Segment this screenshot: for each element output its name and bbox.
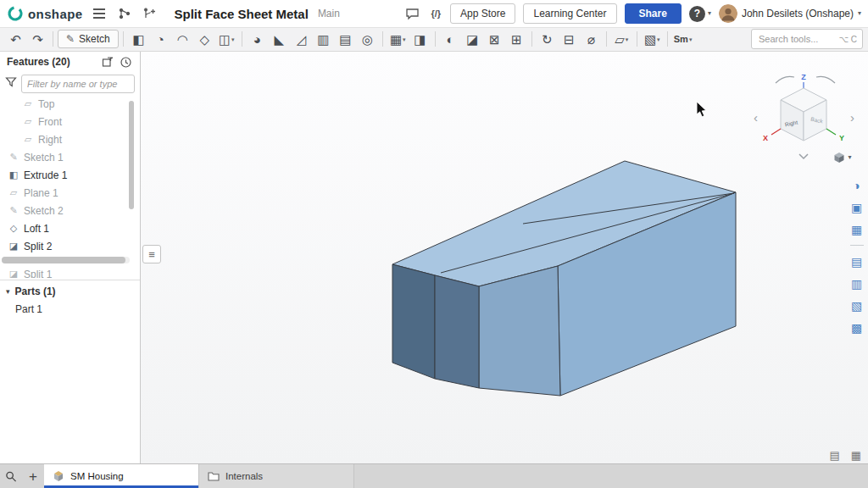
features-horizontal-scrollbar[interactable]: [2, 257, 130, 263]
feature-item-sketch-2[interactable]: ✎Sketch 2: [0, 202, 140, 219]
onshape-logo-icon: [7, 5, 24, 22]
sketch-button[interactable]: ✎ Sketch: [58, 30, 119, 48]
tab-bar: + SM Housing Internals: [0, 463, 868, 488]
toolbar-separator: [667, 31, 668, 47]
measure-icon[interactable]: ⌀: [581, 29, 602, 49]
draft-icon[interactable]: ◿: [291, 29, 312, 49]
learning-center-button[interactable]: Learning Center: [523, 3, 616, 24]
grid-settings-icon[interactable]: ▦: [851, 450, 861, 461]
scrollbar-thumb[interactable]: [129, 101, 134, 209]
display-states-icon[interactable]: ▣: [848, 198, 865, 216]
insert-icon[interactable]: ▧▾: [642, 29, 663, 49]
feature-item-extrude-1[interactable]: ◧Extrude 1: [0, 166, 140, 184]
undo-icon[interactable]: ↶: [5, 29, 26, 49]
feature-item-right[interactable]: ▱Right: [0, 130, 140, 148]
user-name: John Desilets (Onshape): [742, 8, 854, 19]
plane-icon: ▱: [23, 135, 33, 144]
sketch-icon: ✎: [8, 152, 19, 162]
create-version-icon[interactable]: [141, 5, 158, 22]
share-button[interactable]: Share: [625, 3, 682, 24]
documents-panel-icon[interactable]: ▥: [848, 274, 865, 292]
search-tools-input[interactable]: [757, 33, 835, 45]
filter-funnel-icon[interactable]: [5, 76, 17, 92]
pattern-icon[interactable]: ▦▾: [387, 29, 409, 49]
search-shortcut-hint: ⌥ C: [838, 35, 857, 44]
comments-icon[interactable]: ▤: [848, 252, 865, 270]
main-menu-icon[interactable]: [90, 5, 108, 22]
transform-icon[interactable]: ↻: [537, 29, 558, 49]
tab-internals[interactable]: Internals: [198, 464, 354, 488]
feature-item-sketch-1[interactable]: ✎Sketch 1: [0, 148, 140, 166]
view-options-button[interactable]: ▾: [828, 149, 857, 166]
folder-icon: [208, 471, 220, 481]
features-vertical-scrollbar[interactable]: [129, 97, 134, 258]
boolean-icon[interactable]: ◐: [440, 29, 461, 49]
scrollbar-thumb[interactable]: [2, 257, 125, 263]
document-title[interactable]: Split Face Sheet Metal: [174, 7, 308, 21]
parts-list-icon[interactable]: ▧: [848, 297, 865, 314]
revolve-icon[interactable]: ◔: [150, 29, 171, 49]
pencil-icon: ✎: [66, 33, 75, 45]
svg-text:X: X: [763, 134, 768, 142]
tool-search-box: ⌥ C: [751, 29, 863, 49]
help-menu[interactable]: ? ▾: [689, 6, 711, 22]
model-face-front[interactable]: [479, 266, 560, 396]
chevron-down-icon: ▾: [858, 10, 861, 17]
list-toggle-icon: ≡: [148, 249, 155, 260]
parts-section-header[interactable]: ▾ Parts (1): [0, 282, 140, 301]
rotate-left-chevron: ‹: [754, 110, 758, 125]
thicken-icon[interactable]: ◫▾: [216, 29, 237, 49]
feature-filter-input[interactable]: [21, 75, 135, 93]
tab-sm-housing[interactable]: SM Housing: [44, 464, 198, 488]
feature-item-loft-1[interactable]: ◇Loft 1: [0, 219, 140, 237]
version-graph-icon[interactable]: [116, 5, 133, 22]
part-item-1[interactable]: Part 1: [0, 301, 140, 318]
search-tabs-icon[interactable]: [0, 464, 22, 488]
redo-icon[interactable]: ↷: [27, 29, 48, 49]
feature-filter-row: [0, 73, 140, 95]
model-face-split-left[interactable]: [392, 264, 435, 379]
replace-face-icon[interactable]: ⊟: [559, 29, 580, 49]
loft-icon: ◇: [8, 224, 19, 233]
mirror-icon[interactable]: ◨: [409, 29, 431, 49]
features-title: Features (20): [7, 56, 97, 68]
feature-item-front[interactable]: ▱Front: [0, 113, 140, 130]
model-face-split-right[interactable]: [435, 275, 479, 388]
sweep-icon[interactable]: ◠: [172, 29, 193, 49]
feature-item-plane-1[interactable]: ▱Plane 1: [0, 184, 140, 202]
appearance-icon[interactable]: ◑: [848, 176, 865, 194]
sheet-metal-icon[interactable]: Sm▾: [672, 29, 694, 49]
extrude-icon[interactable]: ◧: [128, 29, 149, 49]
history-clock-icon[interactable]: [119, 55, 133, 69]
user-menu[interactable]: John Desilets (Onshape) ▾: [719, 4, 861, 23]
chamfer-icon[interactable]: ◣: [269, 29, 290, 49]
app-store-button[interactable]: App Store: [450, 3, 515, 24]
sheet-properties-icon[interactable]: ▤: [829, 450, 839, 461]
feature-list-toggle-button[interactable]: ≡: [142, 245, 161, 263]
chat-icon[interactable]: [403, 5, 421, 22]
svg-text:Z: Z: [801, 73, 806, 81]
workspace-name[interactable]: Main: [318, 8, 340, 19]
surface-icon[interactable]: ▱▾: [611, 29, 632, 49]
iso-view-icon: [833, 152, 845, 164]
hole-icon[interactable]: ◎: [357, 29, 378, 49]
loft-icon[interactable]: ◇: [194, 29, 215, 49]
fillet-icon[interactable]: ◕: [247, 29, 268, 49]
feature-item-split-2[interactable]: ◪Split 2: [0, 237, 140, 255]
move-face-icon[interactable]: ⊞: [506, 29, 527, 49]
graphics-area[interactable]: Z ‹ › Right Back X Y ▾ ◑ ▣ ▦ ▤ ▥ ▧: [140, 51, 868, 464]
onshape-logo[interactable]: onshape: [7, 5, 82, 22]
feature-item-top[interactable]: ▱Top: [0, 95, 140, 113]
custom-tables-icon[interactable]: ▦: [848, 220, 865, 238]
new-folder-icon[interactable]: [101, 55, 115, 69]
bom-table-icon[interactable]: ▩: [848, 319, 865, 336]
split-icon[interactable]: ◪: [462, 29, 483, 49]
add-tab-icon[interactable]: +: [22, 464, 44, 488]
featurescript-icon[interactable]: {/}: [429, 7, 442, 20]
plane-icon: ▱: [8, 188, 19, 197]
shell-icon[interactable]: ▤: [335, 29, 356, 49]
feature-item-split-1[interactable]: ◪Split 1: [0, 265, 140, 278]
rotate-ccw-arrow: [776, 76, 794, 83]
rib-icon[interactable]: ▥: [313, 29, 334, 49]
delete-face-icon[interactable]: ⊠: [484, 29, 505, 49]
